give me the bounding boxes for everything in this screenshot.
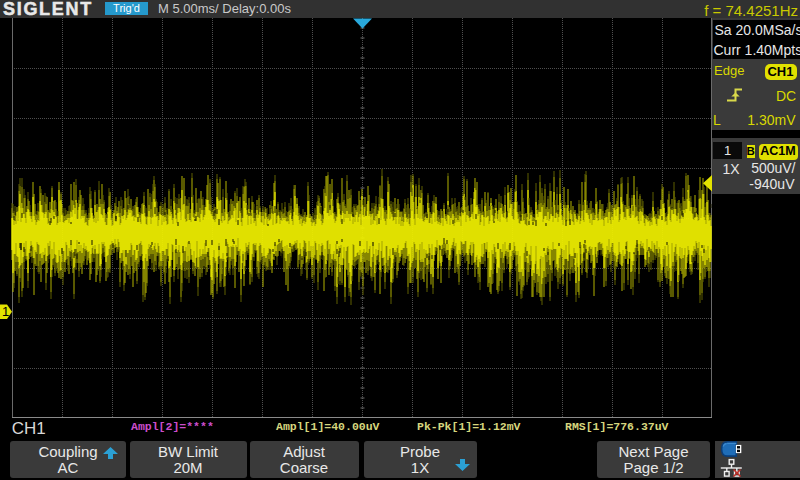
svg-text:1: 1 <box>2 304 9 319</box>
